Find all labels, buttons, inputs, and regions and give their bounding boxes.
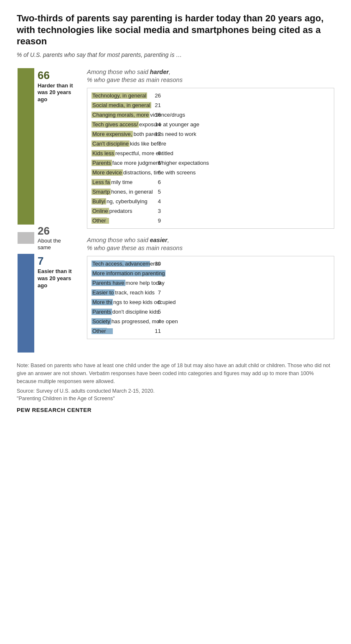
- bar-row: Parents face more judgment/higher expect…: [92, 159, 330, 167]
- section-gap: [87, 229, 334, 236]
- harder-number: 66: [38, 70, 75, 81]
- row-value: 12: [152, 131, 161, 137]
- row-value: 14: [152, 121, 161, 128]
- row-bar-fill: [92, 141, 105, 147]
- row-value: 6: [152, 169, 161, 176]
- row-value: 6: [152, 160, 161, 166]
- row-bar-fill: [92, 93, 142, 99]
- row-bar-wrap: Parents don't discipline kids: [92, 308, 150, 316]
- harder-label-group: 66 Harder than it was 20 years ago: [38, 68, 75, 104]
- harder-section: Among those who said harder,% who gave t…: [87, 68, 334, 229]
- row-label: Parents don't discipline kids: [92, 308, 159, 316]
- chart-area: 66 Harder than it was 20 years ago 26 Ab…: [17, 68, 334, 353]
- row-bar-fill: [92, 112, 123, 118]
- bar-row: Kids less respectful, more entitled6: [92, 149, 330, 158]
- harder-bar-rect: [18, 68, 34, 225]
- source-line: Source: Survey of U.S. adults conducted …: [17, 387, 334, 403]
- row-bar-fill: [92, 170, 103, 176]
- easier-bar-rect: [18, 254, 34, 353]
- same-spacer: 26 About the same: [17, 225, 83, 252]
- easier-bar-list: Tech access, advancements30More informat…: [87, 256, 334, 339]
- harder-label: Harder than it was 20 years ago: [38, 82, 75, 104]
- row-bar-fill: [92, 199, 99, 204]
- row-bar-fill: [92, 160, 103, 166]
- row-value: 26: [152, 92, 161, 99]
- row-label: Bullying, cyberbullying: [92, 198, 148, 205]
- bar-row: Easier to track, reach kids7: [92, 289, 330, 297]
- bar-row: Other11: [92, 327, 330, 335]
- row-bar-wrap: Less family time: [92, 179, 150, 186]
- same-label-group: 26 About the same: [38, 225, 75, 252]
- row-value: 7: [152, 141, 161, 147]
- easier-section: Among those who said easier,% who gave t…: [87, 236, 334, 339]
- harder-section-header: Among those who said harder,% who gave t…: [87, 68, 334, 84]
- row-value: 6: [152, 179, 161, 185]
- row-bar-wrap: Bullying, cyberbullying: [92, 198, 150, 205]
- harder-bar-visual: [17, 68, 35, 225]
- bar-row: Technology, in general26: [92, 92, 330, 100]
- bar-row: Parents have more help today9: [92, 279, 330, 287]
- row-bar-wrap: More expensive, both parents need to wor…: [92, 130, 150, 138]
- row-value: 6: [152, 150, 161, 156]
- row-label: Kids less respectful, more entitled: [92, 150, 173, 157]
- easier-number: 7: [38, 256, 75, 266]
- row-value: 6: [152, 299, 161, 305]
- bar-row: Tech access, advancements30: [92, 260, 330, 268]
- row-bar-fill: [92, 218, 109, 224]
- note-section: Note: Based on parents who have at least…: [17, 362, 334, 414]
- row-bar-fill: [92, 131, 115, 137]
- page-container: Two-thirds of parents say parenting is h…: [17, 13, 334, 414]
- row-bar-fill: [92, 151, 103, 156]
- row-bar-wrap: Technology, in general: [92, 92, 150, 100]
- row-label: More device distractions, time with scre…: [92, 169, 196, 176]
- row-value: 3: [152, 208, 161, 214]
- row-value: 7: [152, 289, 161, 296]
- row-value: 21: [152, 102, 161, 108]
- row-bar-fill: [92, 328, 113, 334]
- row-bar-wrap: Other: [92, 327, 150, 335]
- bar-row: More device distractions, time with scre…: [92, 169, 330, 177]
- bar-row: Social media, in general21: [92, 101, 330, 110]
- row-bar-wrap: More things to keep kids occupied: [92, 299, 150, 306]
- bar-row: Can't discipline kids like before7: [92, 140, 330, 148]
- note-text: Note: Based on parents who have at least…: [17, 363, 330, 384]
- same-bar-visual: [17, 232, 35, 244]
- bar-row: More information on parenting30: [92, 269, 330, 278]
- row-bar-wrap: More information on parenting: [92, 270, 150, 277]
- row-bar-fill: [92, 261, 150, 267]
- harder-left: 66 Harder than it was 20 years ago: [17, 68, 83, 225]
- row-bar-wrap: Online predators: [92, 207, 150, 215]
- row-value: 30: [152, 270, 161, 276]
- row-value: 16: [152, 112, 161, 118]
- row-bar-wrap: Tech gives access/exposure at younger ag…: [92, 121, 150, 128]
- bar-row: Changing morals, more violence/drugs16: [92, 111, 330, 119]
- easier-bar-visual: [17, 254, 35, 353]
- row-bar-wrap: More device distractions, time with scre…: [92, 169, 150, 176]
- row-bar-fill: [92, 290, 105, 296]
- bar-row: Other9: [92, 217, 330, 225]
- bar-row: More expensive, both parents need to wor…: [92, 130, 330, 138]
- row-bar-wrap: Smartphones, in general: [92, 188, 150, 196]
- row-label: Online predators: [92, 207, 132, 215]
- same-bar-rect: [18, 232, 34, 244]
- row-bar-fill: [92, 299, 103, 305]
- row-bar-wrap: Parents face more judgment/higher expect…: [92, 159, 150, 167]
- row-value: 9: [152, 217, 161, 224]
- row-bar-wrap: Kids less respectful, more entitled: [92, 150, 150, 157]
- row-label: More things to keep kids occupied: [92, 299, 176, 306]
- bar-row: Tech gives access/exposure at younger ag…: [92, 120, 330, 129]
- row-value: 4: [152, 198, 161, 204]
- row-label: Society has progressed, more open: [92, 318, 178, 325]
- row-value: 4: [152, 318, 161, 325]
- same-number: 26: [38, 225, 50, 237]
- row-bar-wrap: Parents have more help today: [92, 279, 150, 287]
- row-value: 5: [152, 189, 161, 195]
- easier-left: 7 Easier than it was 20 years ago: [17, 254, 83, 353]
- left-column: 66 Harder than it was 20 years ago 26 Ab…: [17, 68, 83, 353]
- bar-row: Less family time6: [92, 178, 330, 187]
- pew-label: PEW RESEARCH CENTER: [17, 406, 334, 414]
- row-bar-fill: [92, 309, 101, 315]
- row-bar-wrap: Can't discipline kids like before: [92, 140, 150, 148]
- row-label: Parents face more judgment/higher expect…: [92, 159, 209, 167]
- row-value: 30: [152, 261, 161, 267]
